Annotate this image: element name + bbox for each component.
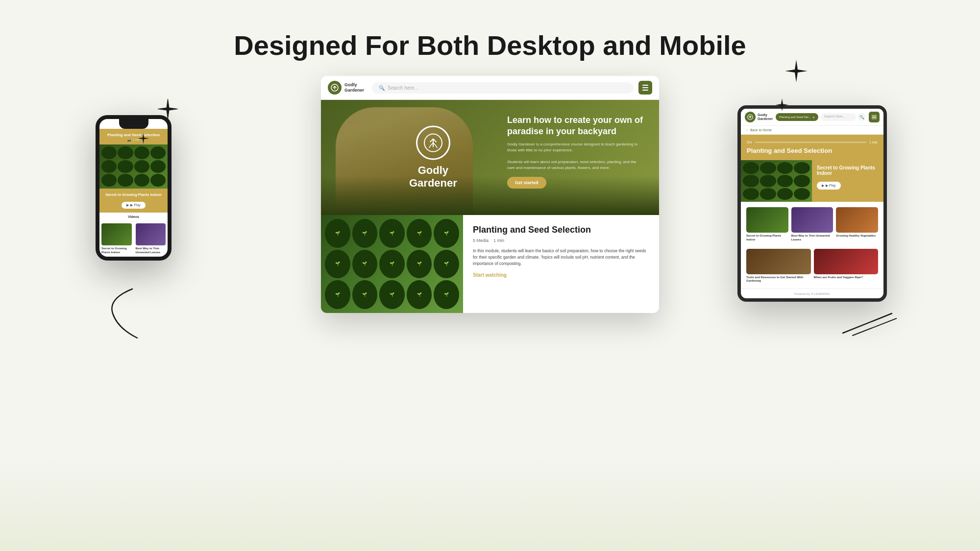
pot-3: [379, 219, 405, 248]
tablet-video-item-5: When are Fruits and Veggies Ripe?: [812, 247, 880, 285]
hero-brand: Godly Gardener: [409, 125, 457, 190]
mobile-pot-9: [101, 174, 117, 187]
mobile-lesson-card: Secret to Growing Plants Indoor ▶ ▶ Play: [99, 189, 168, 213]
start-watching-link[interactable]: Start watching: [473, 272, 649, 278]
close-icon: ✕: [812, 116, 815, 119]
sparkle-icon-4: [775, 98, 789, 115]
desktop-module: Planting and Seed Selection 5 Media 1 mi…: [321, 215, 659, 313]
progress-percent: 0%: [747, 141, 752, 144]
tablet-search-area: Planting and Seed Sel... ✕ Search here..…: [776, 113, 866, 121]
mobile-mockup: Planting and Seed Selection 📷 1 min Secr…: [96, 115, 172, 261]
tablet-featured-image: [741, 160, 812, 202]
tablet-back-link[interactable]: ← Back to Home: [741, 126, 883, 135]
mobile-video-title-2: Best Way to Trim Unwanted Leaves: [136, 247, 166, 255]
tablet-featured-info: Secret to Growing Plants Indoor ▶ ▶ Play: [812, 160, 883, 202]
module-description: In this module, students will learn the …: [473, 248, 649, 266]
tablet-featured: Secret to Growing Plants Indoor ▶ ▶ Play: [741, 160, 883, 202]
search-placeholder-text: Search here...: [388, 85, 418, 91]
mobile-pot-12: [150, 174, 166, 187]
desktop-mockup: Godly Gardener 🔍 Search here...: [321, 76, 659, 313]
tablet-thumb-4: [746, 249, 811, 274]
mobile-featured-title: Secret to Growing Plants Indoor: [104, 192, 163, 197]
logo-text: Godly Gardener: [344, 82, 364, 93]
mobile-module-title: Planting and Seed Selection: [104, 133, 163, 137]
module-info: Planting and Seed Selection 5 Media 1 mi…: [463, 215, 659, 313]
page-heading: Designed For Both Desktop and Mobile: [0, 0, 980, 61]
t-pot-11: [777, 188, 793, 200]
t-pot-2: [760, 162, 776, 174]
background-gradient: [0, 453, 980, 551]
tablet-video-title-5: When are Fruits and Veggies Ripe?: [814, 276, 879, 280]
mobile-media-icon: 📷: [127, 138, 131, 142]
tablet-play-button[interactable]: ▶ ▶ Play: [817, 182, 841, 190]
pot-8: [379, 250, 405, 279]
pot-1: [325, 219, 350, 248]
tablet-logo-text: Godly Gardener: [758, 113, 773, 121]
tablet-module-title: Planting and Seed Selection: [747, 147, 878, 154]
mobile-pot-5: [101, 160, 117, 173]
mobile-play-button[interactable]: ▶ ▶ Play: [122, 202, 146, 209]
tablet-play-label: ▶ Play: [826, 184, 836, 188]
mobile-pot-7: [134, 160, 149, 173]
search-icon: 🔍: [379, 85, 385, 91]
tablet-video-item-4: Tools and Resources to Get Started With …: [745, 247, 812, 285]
tab-text: Planting and Seed Sel...: [779, 116, 810, 119]
t-pot-5: [743, 175, 759, 187]
mobile-pot-10: [118, 174, 133, 187]
pot-9: [407, 250, 432, 279]
mobile-pot-2: [118, 146, 133, 159]
sparkle-icon-1: [157, 98, 179, 124]
tablet-duration: 1 min: [869, 141, 878, 144]
tablet-featured-title: Secret to Growing Plants Indoor: [817, 165, 879, 176]
search-icon: 🔍: [858, 113, 866, 121]
tablet-thumb-3: [836, 207, 878, 233]
tablet-thumb-1: [746, 207, 788, 233]
tablet-video-title-2: Best Way to Trim Unwanted Leaves: [791, 234, 833, 242]
tablet-menu-button[interactable]: [869, 112, 880, 122]
desktop-hero: Godly Gardener Learn how to create your …: [321, 100, 659, 215]
mobile-pot-3: [134, 146, 149, 159]
desktop-menu-button[interactable]: [638, 81, 652, 95]
play-icon: ▶: [126, 203, 129, 207]
progress-bar: [755, 142, 866, 143]
sparkle-icon-2: [137, 132, 149, 147]
tablet-video-grid-row1: Secret to Growing Plants Indoor Best Way…: [741, 202, 883, 247]
mobile-notch: [119, 119, 148, 129]
t-pot-7: [777, 175, 793, 187]
t-pot-12: [794, 188, 810, 200]
module-title: Planting and Seed Selection: [473, 225, 649, 235]
pot-7: [352, 250, 378, 279]
hero-brand-name: Godly Gardener: [409, 164, 457, 190]
mobile-video-thumb-1: [101, 223, 132, 245]
tablet-play-icon: ▶: [822, 184, 824, 188]
desktop-search-bar[interactable]: 🔍 Search here...: [372, 82, 634, 94]
mobile-thumbnail: [99, 144, 168, 189]
mobile-video-title-1: Secret to Growing Plants Indoor: [101, 247, 132, 255]
pot-10: [434, 250, 459, 279]
mobile-video-item-2: Best Way to Trim Unwanted Leaves: [134, 221, 168, 257]
hero-cta-button[interactable]: Get started: [507, 177, 546, 189]
module-image: [321, 215, 463, 313]
t-pot-4: [794, 162, 810, 174]
desktop-logo: Godly Gardener: [328, 81, 367, 95]
tablet-powered-by: Powered by ✦ LEARNIING: [741, 288, 883, 298]
hero-description2: Students will learn about soil preparati…: [507, 159, 644, 171]
t-pot-9: [743, 188, 759, 200]
t-pot-8: [794, 175, 810, 187]
desktop-header: Godly Gardener 🔍 Search here...: [321, 76, 659, 100]
sparkle-icon-3: [784, 59, 808, 89]
t-pot-10: [760, 188, 776, 200]
tablet-video-item-3: Growing Healthy Vegetables: [834, 206, 880, 243]
tablet-video-item-2: Best Way to Trim Unwanted Leaves: [790, 206, 835, 243]
mobile-pot-11: [134, 174, 149, 187]
mobile-header: Planting and Seed Selection 📷 1 min: [99, 129, 168, 144]
tablet-module-hero: 0% 1 min Planting and Seed Selection: [741, 135, 883, 160]
play-label: ▶ Play: [130, 203, 141, 207]
tablet-video-item-1: Secret to Growing Plants Indoor: [745, 206, 790, 243]
mobile-meta: 📷 1 min: [104, 138, 163, 142]
pot-14: [407, 280, 432, 309]
hero-description: Godly Gardener is a comprehensive course…: [507, 142, 644, 153]
logo-icon: [328, 81, 342, 95]
tablet-thumb-2: [791, 207, 833, 233]
tablet-search-input[interactable]: Search here...: [820, 113, 856, 121]
